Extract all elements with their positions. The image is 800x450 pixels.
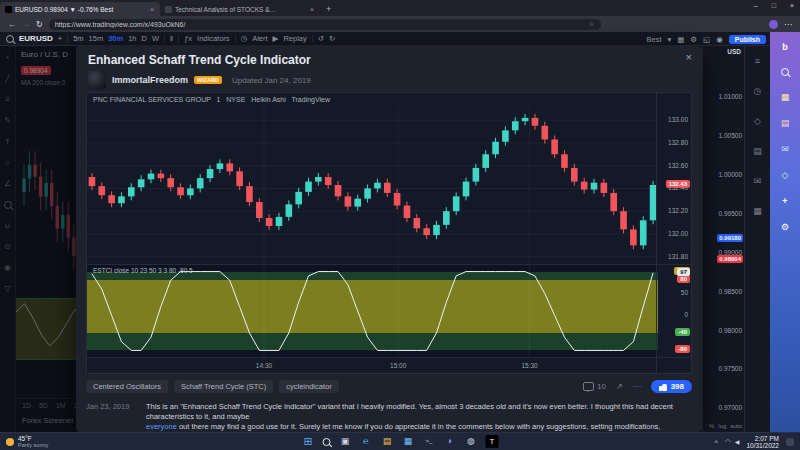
redo-icon[interactable]: ↻ xyxy=(329,34,335,43)
tradingview-app-icon[interactable]: T xyxy=(486,435,499,448)
symbol-search-icon[interactable] xyxy=(6,35,14,43)
weather-widget[interactable]: 45°F Partly sunny xyxy=(6,435,48,448)
discord-icon[interactable]: ◗ xyxy=(444,435,457,448)
more-options-icon[interactable]: ⋯ xyxy=(633,382,641,391)
tab-close-icon[interactable]: × xyxy=(149,6,155,13)
alert-button[interactable]: Alert xyxy=(252,34,267,43)
candle-style-icon[interactable]: ‖ xyxy=(170,34,173,43)
timeframe-30m[interactable]: 30m xyxy=(108,34,123,43)
news-icon[interactable]: ▤ xyxy=(753,146,762,156)
share-icon[interactable]: ↗ xyxy=(616,382,623,391)
notification-icon[interactable] xyxy=(786,438,794,446)
office-icon[interactable]: ▤ xyxy=(781,118,790,128)
browser-menu-icon[interactable]: ⋯ xyxy=(784,20,792,29)
task-view-button[interactable]: ▣ xyxy=(339,435,352,448)
like-button[interactable]: 398 xyxy=(651,380,692,393)
publish-button[interactable]: Publish xyxy=(729,35,766,44)
start-button[interactable]: ⊞ xyxy=(302,435,315,448)
chart-legend: PNC FINANCIAL SERVICES GROUP 1 NYSE Heik… xyxy=(93,96,330,103)
profile-avatar[interactable] xyxy=(769,20,778,29)
best-dropdown[interactable]: Best xyxy=(646,35,661,44)
updated-label: Updated Jan 24, 2019 xyxy=(232,76,311,85)
replay-button[interactable]: Replay xyxy=(283,34,306,43)
price-axis[interactable]: 133.00132.80132.60132.40132.20132.00131.… xyxy=(656,93,691,374)
scale-option-%[interactable]: % xyxy=(709,423,714,429)
tradingview-favicon xyxy=(5,6,12,13)
price-scale[interactable]: USD %logauto 1.010001.005001.000000.9950… xyxy=(702,46,745,432)
layout-grid-icon[interactable]: ▦ xyxy=(677,35,684,44)
toolbar-divider xyxy=(178,35,179,43)
ideas-icon[interactable]: ◇ xyxy=(754,116,761,126)
sidebar-settings-icon[interactable]: ⚙ xyxy=(781,222,789,232)
terminal-icon[interactable]: >_ xyxy=(423,435,436,448)
alert-clock-icon[interactable]: ◷ xyxy=(241,34,248,43)
fullscreen-icon[interactable]: ◱ xyxy=(703,35,710,44)
shopping-icon[interactable]: ▦ xyxy=(781,92,790,102)
replay-play-icon[interactable]: ▶ xyxy=(273,34,279,43)
new-tab-button[interactable]: + xyxy=(326,4,331,14)
tag-schaff-trend-cycle-stc-[interactable]: Schaff Trend Cycle (STC) xyxy=(174,380,273,393)
camera-icon[interactable]: ◉ xyxy=(716,35,723,44)
time-label: 15:00 xyxy=(384,362,412,369)
sidebar-search-icon[interactable] xyxy=(781,68,789,76)
time-axis[interactable]: 14:3015:0015:30 xyxy=(87,357,692,374)
maximize-button[interactable]: □ xyxy=(772,2,776,9)
gear-icon[interactable]: ⚙ xyxy=(690,35,697,44)
author-row: ImmortalFreedom WIZARD Updated Jan 24, 2… xyxy=(88,70,311,90)
indicator-axis-label: 0 xyxy=(684,311,688,318)
scale-option-auto[interactable]: auto xyxy=(730,423,742,429)
timeframe-15m[interactable]: 15m xyxy=(89,34,104,43)
timeframe-D[interactable]: D xyxy=(142,34,147,43)
network-icon[interactable]: ◠ xyxy=(725,438,731,446)
minimize-button[interactable]: – xyxy=(754,2,758,9)
tray-expand-icon[interactable]: ^ xyxy=(714,439,717,446)
timeframe-1h[interactable]: 1h xyxy=(128,34,136,43)
scale-options: %logauto xyxy=(709,423,742,429)
compare-button[interactable]: + xyxy=(58,34,62,43)
symbol-button[interactable]: EURUSD xyxy=(19,34,53,43)
volume-icon[interactable]: ◀ xyxy=(735,438,740,446)
axis-label: 132.00 xyxy=(668,230,688,237)
alerts-icon[interactable]: ◷ xyxy=(754,86,762,96)
idea-title: Enhanced Schaff Trend Cycle Indicator xyxy=(88,53,311,67)
timeframe-W[interactable]: W xyxy=(152,34,159,43)
comments-group[interactable]: 10 xyxy=(583,382,606,391)
outlook-icon[interactable]: ✉ xyxy=(781,144,789,154)
scale-option-log[interactable]: log xyxy=(718,423,726,429)
author-avatar[interactable] xyxy=(88,71,106,89)
browser-tab-eurusd[interactable]: EURUSD 0.98904 ▼ -0.76% Best × xyxy=(0,2,160,16)
bing-chat-icon[interactable]: b xyxy=(782,42,788,52)
store-icon[interactable]: ▦ xyxy=(402,435,415,448)
refresh-button[interactable]: ↻ xyxy=(36,20,43,29)
search-button[interactable] xyxy=(323,438,331,446)
url-bar[interactable]: https://www.tradingview.com/x/493uOkN6/ … xyxy=(49,19,601,30)
timeframe-5m[interactable]: 5m xyxy=(73,34,83,43)
toolbar-divider xyxy=(312,35,313,43)
chat-icon[interactable]: ✉ xyxy=(754,176,762,186)
forward-button[interactable]: → xyxy=(22,20,30,29)
author-name[interactable]: ImmortalFreedom xyxy=(112,75,188,85)
add-icon[interactable]: + xyxy=(782,196,787,206)
indicators-fx-icon[interactable]: ƒx xyxy=(184,34,192,43)
tag-cycleindicator[interactable]: cycleindicator xyxy=(279,380,338,393)
calendar-icon[interactable]: ▦ xyxy=(753,206,762,216)
browser-tab-analysis[interactable]: Technical Analysis of STOCKS &… × xyxy=(160,2,320,16)
close-window-button[interactable]: × xyxy=(790,2,794,9)
indicators-button[interactable]: Indicators xyxy=(197,34,230,43)
tab-close-icon[interactable]: × xyxy=(309,6,315,13)
chevron-down-icon[interactable]: ▾ xyxy=(667,35,671,44)
url-text: https://www.tradingview.com/x/493uOkN6/ xyxy=(55,21,585,28)
undo-icon[interactable]: ↺ xyxy=(318,34,324,43)
file-explorer-icon[interactable]: ▤ xyxy=(381,435,394,448)
steam-icon[interactable]: ◍ xyxy=(465,435,478,448)
games-icon[interactable]: ◇ xyxy=(782,170,789,180)
description-link[interactable]: everyone xyxy=(146,422,177,431)
taskbar-clock[interactable]: 2:07 PM 10/31/2022 xyxy=(746,435,779,449)
tag-centered-oscillators[interactable]: Centered Oscillators xyxy=(86,380,168,393)
currency-label: USD xyxy=(727,48,741,55)
favorite-star-icon[interactable]: ☆ xyxy=(588,20,594,28)
watchlist-icon[interactable]: ≡ xyxy=(755,56,760,66)
edge-browser-icon[interactable]: ℮ xyxy=(360,435,373,448)
back-button[interactable]: ← xyxy=(8,20,16,29)
close-icon[interactable]: × xyxy=(686,51,692,63)
